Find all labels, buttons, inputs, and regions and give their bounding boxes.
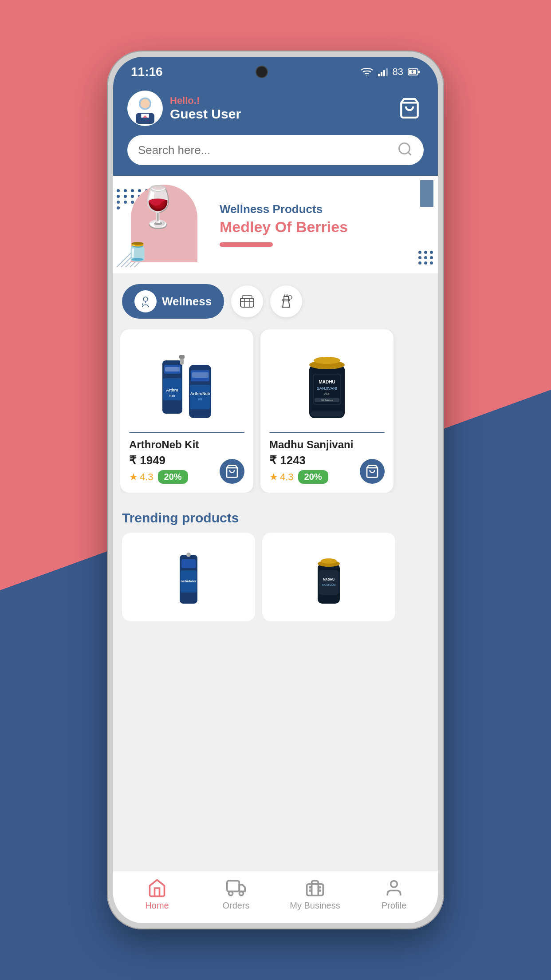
svg-rect-2 xyxy=(383,70,385,76)
camera-notch xyxy=(256,66,268,78)
svg-text:Arthro: Arthro xyxy=(166,388,178,392)
svg-rect-22 xyxy=(240,298,254,307)
battery-icon xyxy=(408,68,420,76)
svg-marker-68 xyxy=(239,885,245,892)
orders-icon xyxy=(226,878,246,898)
svg-text:30 Tablets: 30 Tablets xyxy=(321,399,333,402)
bottom-nav: Home Orders xyxy=(113,871,438,923)
svg-point-70 xyxy=(239,891,243,895)
category-wellness[interactable]: Wellness xyxy=(122,284,224,319)
svg-rect-39 xyxy=(192,372,209,378)
trending-row: nebulaier MADHU SANJIVANI xyxy=(122,533,429,621)
svg-rect-58 xyxy=(186,553,191,557)
spacer xyxy=(113,626,438,639)
trending-card-1[interactable]: nebulaier xyxy=(122,533,255,621)
svg-point-28 xyxy=(288,296,292,299)
product-image-madhu: MADHU SANJIVANI VATI 30 Tablets xyxy=(269,338,385,427)
trending-card-2[interactable]: MADHU SANJIVANI xyxy=(262,533,395,621)
products-section: Arthro Neb ArthroNeb Kit xyxy=(113,329,438,502)
wellness-icon xyxy=(139,295,152,308)
food-icon xyxy=(239,293,256,310)
svg-point-9 xyxy=(141,99,150,108)
business-icon xyxy=(305,878,325,898)
business-label: My Business xyxy=(290,901,340,911)
profile-icon xyxy=(384,878,404,898)
product-rating-madhu: ★ 4.3 xyxy=(269,471,294,483)
product-divider xyxy=(129,432,244,433)
svg-rect-35 xyxy=(180,358,184,365)
cart-icon xyxy=(398,97,421,119)
star-icon-2: ★ xyxy=(269,471,278,483)
category-food[interactable] xyxy=(231,285,263,317)
signal-icon xyxy=(378,67,388,76)
wellness-label: Wellness xyxy=(162,295,212,308)
svg-rect-36 xyxy=(179,355,185,359)
username: Guest User xyxy=(170,107,241,122)
product-rating-arthroneb: ★ 4.3 xyxy=(129,471,153,483)
svg-point-21 xyxy=(143,297,148,301)
product-card-madhu[interactable]: MADHU SANJIVANI VATI 30 Tablets Madhu Sa… xyxy=(260,329,394,493)
svg-text:SANJIVANI: SANJIVANI xyxy=(322,584,336,586)
status-bar: 11:16 83 xyxy=(113,57,438,83)
nav-home[interactable]: Home xyxy=(118,878,197,911)
cleaning-icon xyxy=(278,293,295,310)
product-name-madhu: Madhu Sanjivani xyxy=(269,439,385,451)
trending-product-1: nebulaier xyxy=(171,546,206,608)
svg-rect-3 xyxy=(386,68,388,76)
banner-subtitle: Wellness Products xyxy=(220,202,429,216)
svg-rect-5 xyxy=(418,71,420,73)
banner-bowl-image: 🫙 xyxy=(126,241,149,262)
svg-point-63 xyxy=(321,558,337,564)
nav-profile[interactable]: Profile xyxy=(354,878,433,911)
svg-text:Kit: Kit xyxy=(198,398,202,401)
rating-value: 4.3 xyxy=(140,471,153,483)
svg-text:ArthroNeb: ArthroNeb xyxy=(190,391,210,396)
banner-image-area: 🍷 🫙 xyxy=(122,185,211,265)
search-icon xyxy=(397,141,413,157)
orders-label: Orders xyxy=(222,901,249,911)
star-icon: ★ xyxy=(129,471,138,483)
banner: 🍷 🫙 Wellness Products Medley Of Berries xyxy=(113,176,438,273)
product-card-arthroneb[interactable]: Arthro Neb ArthroNeb Kit xyxy=(120,329,253,493)
svg-rect-64 xyxy=(319,570,338,595)
status-time: 11:16 xyxy=(131,65,163,79)
svg-text:MADHU: MADHU xyxy=(319,379,335,384)
svg-point-14 xyxy=(399,143,410,154)
status-icons: 83 xyxy=(361,66,420,78)
avatar xyxy=(127,91,163,126)
search-icon-button[interactable] xyxy=(397,141,413,159)
wellness-icon-circle xyxy=(134,290,157,312)
madhu-bottle-svg: MADHU SANJIVANI VATI 30 Tablets xyxy=(300,343,354,423)
nav-orders[interactable]: Orders xyxy=(197,878,276,911)
products-row: Arthro Neb ArthroNeb Kit xyxy=(120,329,431,493)
banner-title: Medley Of Berries xyxy=(220,219,429,235)
svg-rect-1 xyxy=(381,72,382,76)
banner-product-image: 🍷 xyxy=(133,187,183,227)
home-icon xyxy=(147,878,167,898)
user-info: Hello.! Guest User xyxy=(127,91,241,126)
product-name-arthroneb: ArthroNeb Kit xyxy=(129,439,244,451)
svg-rect-31 xyxy=(165,367,180,371)
cart-button[interactable] xyxy=(395,94,424,122)
svg-rect-0 xyxy=(378,74,380,76)
banner-right-dots xyxy=(418,251,433,265)
trending-product-2: MADHU SANJIVANI xyxy=(311,546,346,608)
home-label: Home xyxy=(145,901,169,911)
profile-label: Profile xyxy=(382,901,407,911)
svg-text:VATI: VATI xyxy=(324,392,331,395)
svg-rect-57 xyxy=(181,559,196,568)
category-cleaning[interactable] xyxy=(270,285,302,317)
arthroneb-bottle-svg: Arthro Neb ArthroNeb Kit xyxy=(158,343,216,423)
banner-accent-bar xyxy=(220,242,273,247)
svg-rect-40 xyxy=(190,385,210,409)
svg-line-15 xyxy=(408,152,411,155)
nav-business[interactable]: My Business xyxy=(276,878,354,911)
svg-text:nebulaier: nebulaier xyxy=(181,579,197,583)
svg-rect-67 xyxy=(227,881,239,892)
add-to-cart-arthroneb[interactable] xyxy=(220,459,244,484)
search-input[interactable] xyxy=(138,143,392,157)
product-divider-2 xyxy=(269,432,385,433)
svg-text:Neb: Neb xyxy=(169,394,175,397)
add-to-cart-madhu[interactable] xyxy=(360,459,385,484)
svg-point-76 xyxy=(391,881,398,888)
